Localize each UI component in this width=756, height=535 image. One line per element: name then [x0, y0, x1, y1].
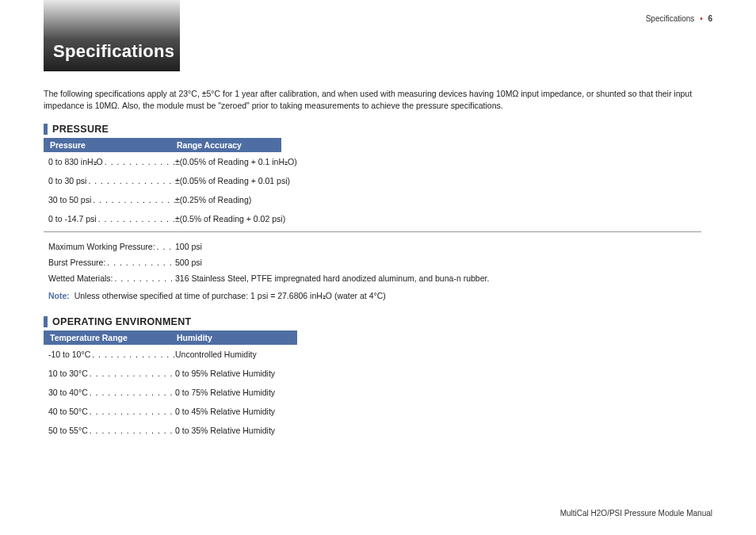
env-temp: 40 to 50°C — [48, 407, 175, 416]
spec-key: Wetted Materials: — [48, 273, 175, 283]
spec-row: Maximum Working Pressure:100 psi — [44, 239, 701, 254]
spec-row: Wetted Materials:316 Stainless Steel, PT… — [44, 270, 701, 286]
env-humidity: 0 to 75% Relative Humidity — [175, 388, 292, 397]
pressure-table-header: Pressure Range Accuracy — [44, 138, 281, 152]
env-temp: 10 to 30°C — [48, 369, 175, 378]
env-temp: 30 to 40°C — [48, 388, 175, 397]
env-temp: -10 to 10°C — [48, 350, 175, 359]
bullet-icon: • — [700, 14, 703, 23]
table-row: 30 to 40°C0 to 75% Relative Humidity — [44, 383, 297, 402]
pressure-heading: PRESSURE — [44, 124, 712, 135]
env-table-header: Temperature Range Humidity — [44, 331, 297, 345]
env-humidity: 0 to 45% Relative Humidity — [175, 407, 292, 416]
table-row: 40 to 50°C0 to 45% Relative Humidity — [44, 402, 297, 421]
pressure-accuracy: ±(0.05% of Reading + 0.1 inH₂O) — [175, 157, 297, 166]
table-row: 0 to 30 psi±(0.05% of Reading + 0.01 psi… — [44, 171, 281, 190]
pressure-accuracy: ±(0.05% of Reading + 0.01 psi) — [175, 176, 290, 185]
table-row: 50 to 55°C0 to 35% Relative Humidity — [44, 421, 297, 440]
spec-row: Burst Pressure:500 psi — [44, 254, 701, 270]
table-row: 30 to 50 psi±(0.25% of Reading) — [44, 190, 281, 209]
pressure-range: 0 to 830 inH₂O — [48, 157, 175, 166]
footer-text: MultiCal H2O/PSI Pressure Module Manual — [560, 509, 712, 518]
env-temp: 50 to 55°C — [48, 426, 175, 435]
env-humidity: 0 to 95% Relative Humidity — [175, 369, 292, 378]
env-humidity: Uncontrolled Humidity — [175, 350, 292, 359]
page: Specifications • 6 Specifications The fo… — [0, 0, 756, 535]
pressure-range: 30 to 50 psi — [48, 195, 175, 204]
title-banner: Specifications — [44, 0, 180, 71]
note-label: Note: — [48, 291, 70, 300]
env-humidity: 0 to 35% Relative Humidity — [175, 426, 292, 435]
note-body: Unless otherwise specified at time of pu… — [74, 291, 386, 300]
pressure-accuracy: ±(0.5% of Reading + 0.02 psi) — [175, 214, 285, 224]
table-row: -10 to 10°CUncontrolled Humidity — [44, 345, 297, 364]
pressure-table: Pressure Range Accuracy 0 to 830 inH₂O±(… — [44, 138, 281, 228]
spec-value: 500 psi — [175, 258, 697, 267]
breadcrumb-section: Specifications — [646, 14, 695, 23]
pressure-col-accuracy: Range Accuracy — [177, 140, 242, 150]
table-row: 0 to 830 inH₂O±(0.05% of Reading + 0.1 i… — [44, 152, 281, 171]
spec-value: 100 psi — [175, 242, 697, 251]
page-number: 6 — [708, 14, 712, 23]
env-col-temp: Temperature Range — [50, 333, 177, 342]
spec-value: 316 Stainless Steel, PTFE impregnated ha… — [175, 273, 697, 283]
header-breadcrumb: Specifications • 6 — [646, 14, 712, 23]
pressure-range: 0 to -14.7 psi — [48, 214, 175, 224]
pressure-note: Note: Unless otherwise specified at time… — [44, 286, 711, 300]
pressure-col-range: Pressure — [50, 140, 177, 150]
separator — [44, 231, 701, 232]
pressure-extras: Maximum Working Pressure:100 psiBurst Pr… — [44, 239, 701, 286]
env-col-humidity: Humidity — [177, 333, 212, 342]
table-row: 10 to 30°C0 to 95% Relative Humidity — [44, 364, 297, 383]
env-heading: OPERATING ENVIRONMENT — [44, 316, 712, 327]
spec-key: Burst Pressure: — [48, 258, 175, 267]
intro-paragraph: The following specifications apply at 23… — [44, 88, 712, 113]
pressure-accuracy: ±(0.25% of Reading) — [175, 195, 277, 204]
spec-key: Maximum Working Pressure: — [48, 242, 175, 251]
page-title: Specifications — [53, 41, 174, 62]
pressure-range: 0 to 30 psi — [48, 176, 175, 185]
env-table: Temperature Range Humidity -10 to 10°CUn… — [44, 331, 297, 440]
table-row: 0 to -14.7 psi±(0.5% of Reading + 0.02 p… — [44, 209, 281, 228]
